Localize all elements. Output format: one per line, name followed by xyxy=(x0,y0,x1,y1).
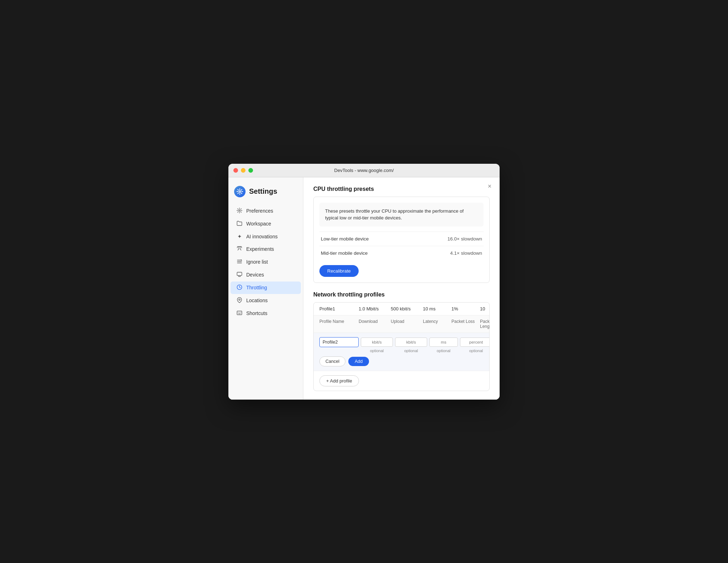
devtools-window: DevTools - www.google.com/ Settings Pref… xyxy=(228,164,500,400)
header-download: Download xyxy=(359,319,391,324)
opt-upload: optional xyxy=(395,349,427,353)
sidebar-heading: Settings xyxy=(249,187,277,196)
settings-logo-icon xyxy=(234,186,246,197)
preferences-label: Preferences xyxy=(246,208,273,214)
preset-row-mid: Mid-tier mobile device 4.1× slowdown xyxy=(319,246,484,260)
svg-rect-6 xyxy=(237,272,242,275)
low-tier-value: 16.0× slowdown xyxy=(448,236,482,242)
sidebar-item-experiments[interactable]: Experiments xyxy=(231,243,301,255)
mid-tier-value: 4.1× slowdown xyxy=(450,250,482,256)
workspace-label: Workspace xyxy=(246,221,271,227)
experiments-icon xyxy=(236,246,243,253)
throttling-icon xyxy=(236,284,243,291)
header-profile-name: Profile Name xyxy=(319,319,359,324)
svg-point-9 xyxy=(239,299,240,300)
low-tier-label: Low-tier mobile device xyxy=(321,236,369,242)
opt-packet-loss: optional xyxy=(460,349,490,353)
new-profile-name-input[interactable] xyxy=(319,337,359,347)
new-profile-download-input[interactable] xyxy=(361,338,393,347)
sidebar-item-throttling[interactable]: Throttling xyxy=(231,282,301,294)
minimize-traffic-light[interactable] xyxy=(241,168,246,173)
sidebar-item-ignore-list[interactable]: Ignore list xyxy=(231,256,301,268)
svg-line-5 xyxy=(241,259,242,260)
ai-label: AI innovations xyxy=(246,234,278,239)
add-button[interactable]: Add xyxy=(348,357,369,366)
sidebar-item-workspace[interactable]: Workspace xyxy=(231,218,301,230)
cpu-section-title: CPU throttling presets xyxy=(313,186,490,192)
cpu-card: These presets throttle your CPU to appro… xyxy=(313,197,490,283)
profile1-latency: 10 ms xyxy=(423,306,451,311)
sidebar: Settings Preferences Workspace ✦ AI inno… xyxy=(228,177,303,400)
header-latency: Latency xyxy=(423,319,451,324)
main-panel: × CPU throttling presets These presets t… xyxy=(303,177,500,400)
close-traffic-light[interactable] xyxy=(233,168,238,173)
svg-point-0 xyxy=(239,191,241,192)
opt-spacer xyxy=(319,349,359,353)
sidebar-item-ai-innovations[interactable]: ✦ AI innovations xyxy=(231,230,301,243)
locations-icon xyxy=(236,297,243,304)
cpu-info-text: These presets throttle your CPU to appro… xyxy=(319,203,484,227)
network-section-title: Network throttling profiles xyxy=(313,291,490,298)
maximize-traffic-light[interactable] xyxy=(248,168,253,173)
opt-download: optional xyxy=(361,349,393,353)
profile-headers-row: Profile Name Download Upload Latency Pac… xyxy=(314,315,489,333)
existing-profile-row: Profile1 1.0 Mbit/s 500 kbit/s 10 ms 1% … xyxy=(314,303,489,315)
profile1-packet-queue: 10 xyxy=(480,306,490,311)
header-packet-queue: Packet Queue Length xyxy=(480,319,490,329)
mid-tier-label: Mid-tier mobile device xyxy=(321,250,368,256)
traffic-lights xyxy=(233,168,253,173)
profile1-upload: 500 kbit/s xyxy=(391,306,423,311)
cancel-button[interactable]: Cancel xyxy=(319,356,345,366)
profile-actions: Cancel Add xyxy=(319,356,484,366)
add-profile-row: + Add profile xyxy=(314,371,489,391)
add-profile-button[interactable]: + Add profile xyxy=(319,375,359,386)
devices-label: Devices xyxy=(246,272,264,278)
svg-rect-7 xyxy=(238,275,240,277)
ignore-list-icon xyxy=(236,259,243,265)
optional-labels-row: optional optional optional optional opti… xyxy=(319,349,484,353)
experiments-label: Experiments xyxy=(246,246,274,252)
preset-row-low: Low-tier mobile device 16.0× slowdown xyxy=(319,232,484,246)
titlebar: DevTools - www.google.com/ xyxy=(228,164,500,177)
header-packet-loss: Packet Loss xyxy=(451,319,480,324)
svg-point-1 xyxy=(239,210,240,211)
window-title: DevTools - www.google.com/ xyxy=(334,168,394,173)
recalibrate-button[interactable]: Recalibrate xyxy=(319,265,359,277)
sidebar-item-shortcuts[interactable]: Shortcuts xyxy=(231,307,301,320)
network-card: Profile1 1.0 Mbit/s 500 kbit/s 10 ms 1% … xyxy=(313,302,490,391)
profile1-name: Profile1 xyxy=(319,306,359,311)
workspace-icon xyxy=(236,220,243,227)
new-profile-packet-loss-input[interactable] xyxy=(460,338,490,347)
new-profile-upload-input[interactable] xyxy=(395,338,427,347)
sidebar-header: Settings xyxy=(228,183,303,204)
new-profile-area: optional optional optional optional opti… xyxy=(314,333,489,371)
ignore-list-label: Ignore list xyxy=(246,259,268,265)
profile1-packet-loss: 1% xyxy=(451,306,480,311)
sidebar-item-locations[interactable]: Locations xyxy=(231,294,301,307)
new-profile-latency-input[interactable] xyxy=(429,338,458,347)
shortcuts-icon xyxy=(236,310,243,317)
shortcuts-label: Shortcuts xyxy=(246,310,267,316)
new-profile-inputs xyxy=(319,337,484,347)
devices-icon xyxy=(236,272,243,278)
sidebar-item-devices[interactable]: Devices xyxy=(231,269,301,281)
main-content: Settings Preferences Workspace ✦ AI inno… xyxy=(228,177,500,400)
sidebar-item-preferences[interactable]: Preferences xyxy=(231,205,301,217)
throttling-label: Throttling xyxy=(246,285,267,290)
locations-label: Locations xyxy=(246,298,268,303)
opt-latency: optional xyxy=(429,349,458,353)
profile1-download: 1.0 Mbit/s xyxy=(359,306,391,311)
ai-icon: ✦ xyxy=(236,233,243,240)
preferences-icon xyxy=(236,208,243,214)
header-upload: Upload xyxy=(391,319,423,324)
close-button[interactable]: × xyxy=(485,182,494,191)
